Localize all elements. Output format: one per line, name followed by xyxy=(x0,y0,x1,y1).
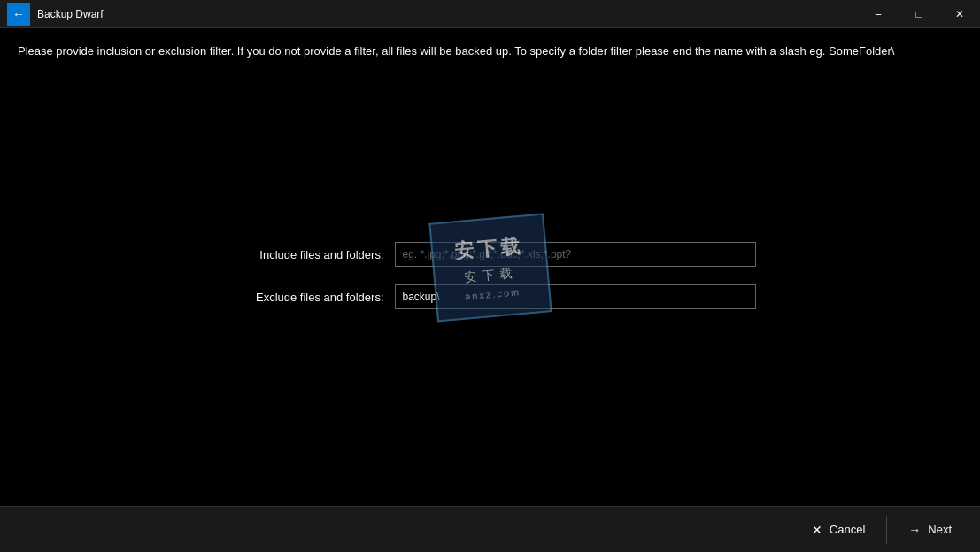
cancel-label: Cancel xyxy=(830,523,865,536)
next-button[interactable]: → Next xyxy=(894,514,966,546)
app-title: Backup Dwarf xyxy=(37,8,104,20)
form-area: Include files and folders: Exclude files… xyxy=(18,60,962,493)
close-button[interactable]: ✕ xyxy=(939,0,980,28)
title-bar-left: ← Backup Dwarf xyxy=(7,3,104,26)
exclude-row: Exclude files and folders: xyxy=(225,284,756,309)
window-controls: – □ ✕ xyxy=(858,0,980,28)
exclude-input[interactable] xyxy=(395,284,756,309)
include-row: Include files and folders: xyxy=(225,242,756,267)
bottom-bar: ✕ Cancel → Next xyxy=(0,506,980,552)
include-label: Include files and folders: xyxy=(225,248,384,261)
minimize-button[interactable]: – xyxy=(858,0,899,28)
button-divider xyxy=(886,516,887,544)
back-button[interactable]: ← xyxy=(7,3,30,26)
next-label: Next xyxy=(928,523,952,536)
cancel-icon: ✕ xyxy=(812,523,822,537)
cancel-button[interactable]: ✕ Cancel xyxy=(798,514,879,546)
maximize-button[interactable]: □ xyxy=(899,0,939,28)
include-input[interactable] xyxy=(395,242,756,267)
title-bar: ← Backup Dwarf – □ ✕ xyxy=(0,0,980,28)
description-text: Please provide inclusion or exclusion fi… xyxy=(18,43,947,60)
next-arrow-icon: → xyxy=(908,523,921,537)
form-inner: Include files and folders: Exclude files… xyxy=(225,242,756,309)
main-content: Please provide inclusion or exclusion fi… xyxy=(0,28,980,506)
exclude-label: Exclude files and folders: xyxy=(225,291,384,304)
